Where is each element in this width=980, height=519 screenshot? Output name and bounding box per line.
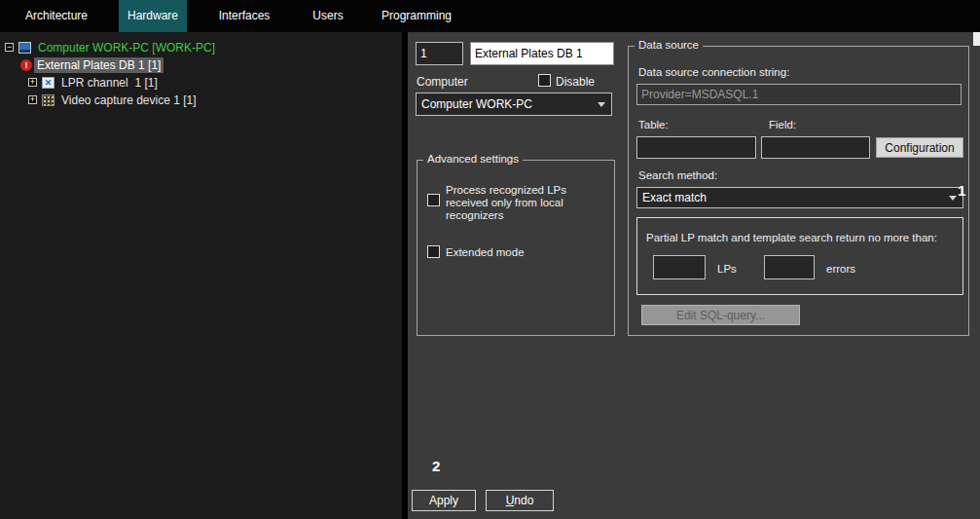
computer-icon <box>18 42 31 54</box>
computer-label: Computer <box>417 75 468 89</box>
id-input[interactable] <box>416 42 463 65</box>
search-method-label: Search method: <box>638 169 717 181</box>
data-source-group: Data source Data source connection strin… <box>628 46 969 336</box>
disable-checkbox[interactable] <box>538 74 551 87</box>
partial-match-group: Partial LP match and template search ret… <box>636 217 963 295</box>
chevron-down-icon <box>949 196 957 201</box>
tree-item-video-capture-device[interactable]: Video capture device 1 [1] <box>0 92 402 108</box>
tree-item-external-plates-db[interactable]: External Plates DB 1 [1] <box>0 56 402 73</box>
search-method-value: Exact match <box>642 191 707 204</box>
tab-users[interactable]: Users <box>304 0 352 32</box>
data-source-title: Data source <box>635 39 703 51</box>
video-capture-icon <box>42 94 54 106</box>
name-input[interactable] <box>470 42 614 65</box>
apply-button[interactable]: Apply <box>412 490 476 511</box>
chevron-down-icon <box>598 102 605 107</box>
advanced-settings-title: Advanced settings <box>423 153 523 165</box>
lps-limit-input[interactable] <box>653 255 706 279</box>
connection-string-input[interactable] <box>636 84 962 105</box>
undo-accelerator: U <box>506 494 515 507</box>
advanced-settings-group: Advanced settings Process recognized LPs… <box>417 160 615 336</box>
lps-label: LPs <box>717 263 737 275</box>
extended-mode-checkbox[interactable] <box>427 245 440 258</box>
tree-item-label: External Plates DB 1 [1] <box>34 57 163 73</box>
errors-label: errors <box>826 263 855 275</box>
errors-limit-input[interactable] <box>764 255 815 279</box>
tab-interfaces[interactable]: Interfaces <box>208 0 280 32</box>
expand-icon[interactable] <box>28 78 37 87</box>
tree-item-computer[interactable]: Computer WORK-PC [WORK-PC] <box>0 39 402 56</box>
tab-bar: Architecture Hardware Interfaces Users P… <box>0 0 980 32</box>
configuration-button[interactable]: Configuration <box>876 137 963 158</box>
collapse-icon[interactable] <box>5 43 14 52</box>
expand-icon[interactable] <box>28 95 37 104</box>
app-window: Architecture Hardware Interfaces Users P… <box>0 0 980 519</box>
tab-architecture[interactable]: Architecture <box>18 0 95 32</box>
scrollbar-thumb[interactable] <box>973 32 980 46</box>
tab-programming[interactable]: Programming <box>378 0 455 32</box>
tree-item-label: Video capture device 1 [1] <box>58 93 200 108</box>
tree-item-label: LPR channel 1 [1] <box>58 75 161 91</box>
field-label: Field: <box>769 119 796 130</box>
process-recognized-lps-checkbox[interactable] <box>427 194 440 206</box>
annotation-step-2: 2 <box>432 458 440 474</box>
table-label: Table: <box>638 119 669 130</box>
annotation-step-1: 1 <box>958 182 965 199</box>
device-tree: Computer WORK-PC [WORK-PC] External Plat… <box>0 32 402 519</box>
field-input[interactable] <box>761 136 870 159</box>
tree-item-label: Computer WORK-PC [WORK-PC] <box>35 40 218 56</box>
connection-string-label: Data source connection string: <box>638 66 789 78</box>
undo-rest: ndo <box>514 494 533 507</box>
computer-select-value: Computer WORK-PC <box>421 97 532 111</box>
computer-select[interactable]: Computer WORK-PC <box>416 93 612 116</box>
tab-hardware[interactable]: Hardware <box>119 0 187 32</box>
partial-match-label: Partial LP match and template search ret… <box>646 232 937 243</box>
extended-mode-label: Extended mode <box>446 246 525 258</box>
process-recognized-lps-label: Process recognized LPs received only fro… <box>446 184 590 222</box>
settings-panel: Computer Disable Computer WORK-PC Advanc… <box>408 32 980 519</box>
lpr-channel-icon <box>42 77 54 89</box>
search-method-select[interactable]: Exact match <box>636 187 963 208</box>
disable-label: Disable <box>556 75 595 89</box>
undo-button[interactable]: Undo <box>486 490 554 511</box>
edit-sql-query-button[interactable]: Edit SQL-query... <box>641 305 800 325</box>
tree-item-lpr-channel[interactable]: LPR channel 1 [1] <box>0 74 402 91</box>
warning-icon <box>20 59 32 71</box>
table-input[interactable] <box>636 136 756 159</box>
